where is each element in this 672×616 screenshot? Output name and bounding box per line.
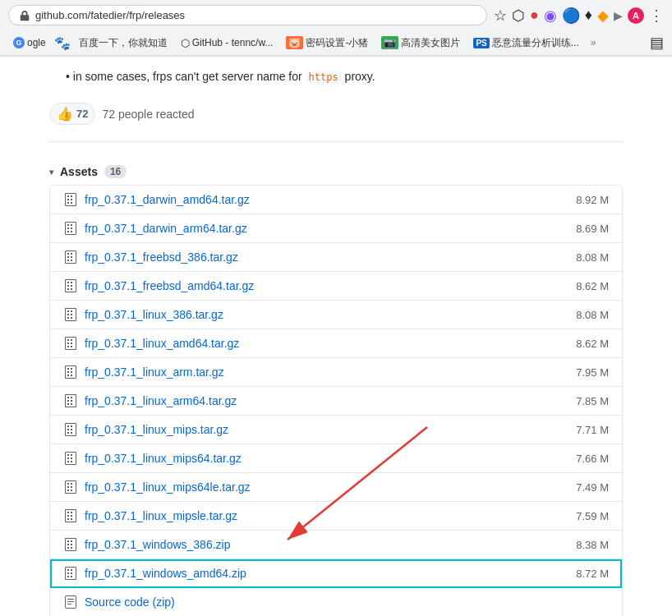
asset-item-linux-386[interactable]: frp_0.37.1_linux_386.tar.gz 8.08 M <box>50 301 622 329</box>
asset-size: 7.85 M <box>576 395 609 407</box>
bookmark-label-baidu: 百度一下，你就知道 <box>79 36 168 50</box>
asset-link[interactable]: frp_0.37.1_freebsd_386.tar.gz <box>85 251 238 264</box>
archive-icon <box>63 422 78 437</box>
bookmark-photo[interactable]: 📷 高清美女图片 <box>376 34 465 52</box>
asset-item-linux-arm64[interactable]: frp_0.37.1_linux_arm64.tar.gz 7.85 M <box>50 387 622 416</box>
bookmark-ps[interactable]: PS 恶意流量分析训练... <box>468 34 583 52</box>
asset-size: 8.08 M <box>576 309 609 321</box>
reaction-emoji: 👍 <box>57 106 73 122</box>
reaction-count: 72 <box>76 108 88 120</box>
asset-left: frp_0.37.1_linux_mips64le.tar.gz <box>63 480 251 494</box>
asset-link[interactable]: frp_0.37.1_darwin_amd64.tar.gz <box>85 193 250 206</box>
menu-icon[interactable]: ⋮ <box>649 7 664 25</box>
asset-link[interactable]: frp_0.37.1_linux_mips64.tar.gz <box>85 452 242 465</box>
browser-toolbar-icons: ☆ ⬡ ● ◉ 🔵 ♦ ◆ ▶ A ⋮ <box>494 7 664 25</box>
extension-icon-5[interactable]: ♦ <box>585 7 592 24</box>
extension-icon-6[interactable]: ◆ <box>597 7 609 25</box>
archive-icon <box>63 307 78 322</box>
extension-icon-7[interactable]: ▶ <box>614 9 623 22</box>
archive-icon <box>63 451 78 466</box>
asset-link[interactable]: frp_0.37.1_darwin_arm64.tar.gz <box>85 222 247 235</box>
asset-item-source-zip[interactable]: Source code (zip) <box>50 588 622 616</box>
source-icon <box>63 595 78 609</box>
bookmarks-more[interactable]: » <box>591 37 596 48</box>
asset-left: frp_0.37.1_windows_amd64.zip <box>63 566 246 581</box>
asset-item-linux-mips64le[interactable]: frp_0.37.1_linux_mips64le.tar.gz 7.49 M <box>50 473 622 502</box>
asset-link[interactable]: frp_0.37.1_linux_386.tar.gz <box>85 308 223 321</box>
asset-item-windows-386[interactable]: frp_0.37.1_windows_386.zip 8.38 M <box>50 531 622 559</box>
asset-list: frp_0.37.1_darwin_amd64.tar.gz 8.92 M fr… <box>49 185 623 616</box>
asset-size: 7.59 M <box>576 510 609 522</box>
asset-link[interactable]: frp_0.37.1_linux_arm.tar.gz <box>85 365 224 379</box>
extension-icon-2[interactable]: ● <box>530 7 539 24</box>
asset-item-linux-amd64[interactable]: frp_0.37.1_linux_amd64.tar.gz 8.62 M <box>50 329 622 358</box>
address-bar: github.com/fatedier/frp/releases ☆ ⬡ ● ◉… <box>0 0 672 30</box>
asset-size: 8.08 M <box>576 251 609 264</box>
bookmark-icon-github: ⬡ <box>181 37 190 49</box>
assets-arrow: ▾ <box>49 168 53 177</box>
asset-item-windows-amd64[interactable]: frp_0.37.1_windows_amd64.zip 8.72 M <box>50 559 622 588</box>
archive-icon <box>63 480 78 494</box>
asset-size: 7.66 M <box>576 453 609 465</box>
asset-item-linux-arm[interactable]: frp_0.37.1_linux_arm.tar.gz 7.95 M <box>50 358 622 387</box>
asset-item-freebsd-386[interactable]: frp_0.37.1_freebsd_386.tar.gz 8.08 M <box>50 243 622 272</box>
extension-icon-3[interactable]: ◉ <box>544 7 557 25</box>
bookmarks-bar: G ogle 🐾 百度一下，你就知道 ⬡ GitHub - tennc/w...… <box>0 30 672 56</box>
asset-size: 8.38 M <box>576 539 609 551</box>
asset-left: frp_0.37.1_windows_386.zip <box>63 537 230 552</box>
asset-link[interactable]: frp_0.37.1_linux_arm64.tar.gz <box>85 394 237 407</box>
reaction-text: 72 people reacted <box>102 108 194 121</box>
asset-item-linux-mips64[interactable]: frp_0.37.1_linux_mips64.tar.gz 7.66 M <box>50 444 622 473</box>
asset-link[interactable]: frp_0.37.1_linux_mips64le.tar.gz <box>85 480 251 494</box>
asset-size: 7.95 M <box>576 366 609 379</box>
extension-icon-1[interactable]: ⬡ <box>512 7 525 25</box>
extension-icon-4[interactable]: 🔵 <box>562 7 580 25</box>
bookmark-mima[interactable]: 🐷 密码设置-小猪 <box>281 34 373 52</box>
asset-size: 8.69 M <box>576 223 609 235</box>
archive-icon <box>63 192 78 207</box>
asset-link[interactable]: Source code (zip) <box>85 595 175 609</box>
reaction-button[interactable]: 👍 72 <box>49 103 95 125</box>
asset-left: frp_0.37.1_linux_amd64.tar.gz <box>63 336 239 351</box>
asset-item-darwin-amd64[interactable]: frp_0.37.1_darwin_amd64.tar.gz 8.92 M <box>50 186 622 214</box>
page-content: • in some cases, frps can't get server n… <box>0 57 672 616</box>
asset-link[interactable]: frp_0.37.1_freebsd_amd64.tar.gz <box>85 279 254 292</box>
asset-item-darwin-arm64[interactable]: frp_0.37.1_darwin_arm64.tar.gz 8.69 M <box>50 214 622 243</box>
bookmark-icon-ps: PS <box>473 38 489 48</box>
asset-link[interactable]: frp_0.37.1_windows_amd64.zip <box>85 567 246 580</box>
bookmark-baidu[interactable]: 百度一下，你就知道 <box>74 34 173 52</box>
bookmark-google[interactable]: G ogle <box>8 35 51 50</box>
profile-icon[interactable]: A <box>628 7 644 24</box>
archive-icon <box>63 365 78 379</box>
reaction-bar: 👍 72 72 people reacted <box>49 96 623 131</box>
assets-label: Assets <box>60 165 98 178</box>
archive-icon <box>63 393 78 408</box>
asset-link[interactable]: frp_0.37.1_windows_386.zip <box>85 538 230 551</box>
asset-link[interactable]: frp_0.37.1_linux_mipsle.tar.gz <box>85 509 237 522</box>
bookmark-label-mima: 密码设置-小猪 <box>306 36 368 50</box>
asset-left: Source code (zip) <box>63 595 175 609</box>
bookmark-icon-google: G <box>13 37 25 48</box>
asset-link[interactable]: frp_0.37.1_linux_mips.tar.gz <box>85 423 228 436</box>
star-icon[interactable]: ☆ <box>494 7 507 25</box>
asset-link[interactable]: frp_0.37.1_linux_amd64.tar.gz <box>85 337 239 350</box>
archive-icon <box>63 336 78 351</box>
asset-left: frp_0.37.1_linux_mipsle.tar.gz <box>63 508 237 523</box>
bookmark-label-photo: 高清美女图片 <box>401 36 460 50</box>
asset-item-freebsd-amd64[interactable]: frp_0.37.1_freebsd_amd64.tar.gz 8.62 M <box>50 272 622 301</box>
asset-left: frp_0.37.1_linux_386.tar.gz <box>63 307 223 322</box>
asset-item-linux-mipsle[interactable]: frp_0.37.1_linux_mipsle.tar.gz 7.59 M <box>50 502 622 531</box>
address-input[interactable]: github.com/fatedier/frp/releases <box>8 5 487 25</box>
asset-left: frp_0.37.1_freebsd_386.tar.gz <box>63 250 238 264</box>
sidebar-icon[interactable]: ▤ <box>650 34 664 52</box>
asset-item-linux-mips[interactable]: frp_0.37.1_linux_mips.tar.gz 7.71 M <box>50 416 622 444</box>
archive-icon <box>63 250 78 264</box>
assets-count: 16 <box>104 165 127 178</box>
bookmark-icon-photo: 📷 <box>381 36 398 49</box>
asset-list-container: frp_0.37.1_darwin_amd64.tar.gz 8.92 M fr… <box>49 185 623 616</box>
asset-left: frp_0.37.1_freebsd_amd64.tar.gz <box>63 278 254 293</box>
archive-icon <box>63 566 78 581</box>
asset-size: 7.71 M <box>576 424 609 436</box>
assets-header[interactable]: ▾ Assets 16 <box>49 159 623 185</box>
bookmark-github[interactable]: ⬡ GitHub - tennc/w... <box>176 35 278 51</box>
